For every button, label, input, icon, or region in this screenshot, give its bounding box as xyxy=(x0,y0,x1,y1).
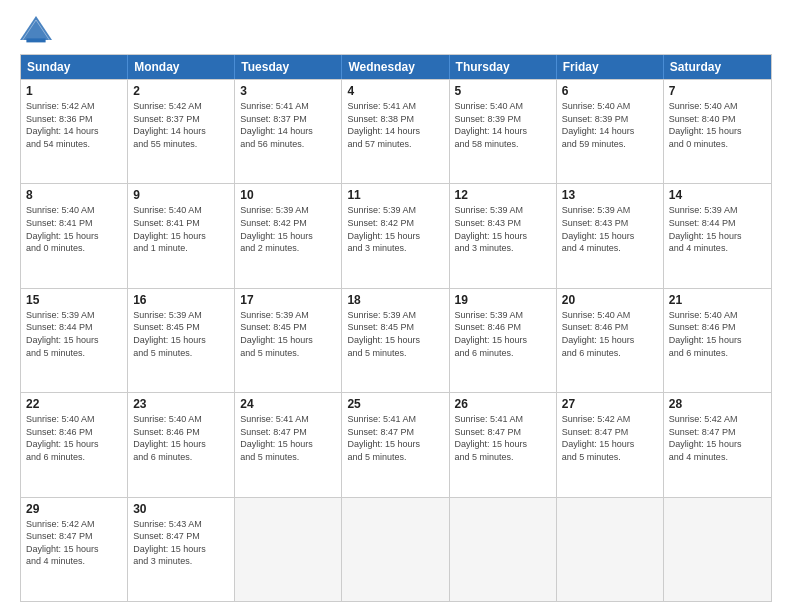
svg-rect-2 xyxy=(26,38,45,42)
calendar-week-1: 1Sunrise: 5:42 AMSunset: 8:36 PMDaylight… xyxy=(21,79,771,183)
cell-line: Daylight: 14 hours xyxy=(133,125,229,138)
day-number: 22 xyxy=(26,397,122,411)
cell-line: Sunset: 8:47 PM xyxy=(133,530,229,543)
cell-line: and 6 minutes. xyxy=(562,347,658,360)
cell-line: Sunrise: 5:40 AM xyxy=(669,309,766,322)
cell-line: Daylight: 15 hours xyxy=(562,438,658,451)
cell-line: Sunrise: 5:42 AM xyxy=(133,100,229,113)
cell-line: Sunrise: 5:40 AM xyxy=(562,100,658,113)
calendar-day-21: 21Sunrise: 5:40 AMSunset: 8:46 PMDayligh… xyxy=(664,289,771,392)
cell-line: Daylight: 15 hours xyxy=(669,230,766,243)
cell-line: and 5 minutes. xyxy=(562,451,658,464)
cell-line: Daylight: 15 hours xyxy=(562,230,658,243)
cell-line: Sunrise: 5:39 AM xyxy=(455,204,551,217)
cell-line: Sunset: 8:36 PM xyxy=(26,113,122,126)
calendar-empty-cell xyxy=(450,498,557,601)
cell-line: Sunset: 8:47 PM xyxy=(26,530,122,543)
cell-line: Sunrise: 5:41 AM xyxy=(347,413,443,426)
cell-line: Daylight: 15 hours xyxy=(240,334,336,347)
day-number: 29 xyxy=(26,502,122,516)
cell-line: Daylight: 15 hours xyxy=(133,334,229,347)
cell-line: Daylight: 15 hours xyxy=(133,230,229,243)
calendar: SundayMondayTuesdayWednesdayThursdayFrid… xyxy=(20,54,772,602)
calendar-day-9: 9Sunrise: 5:40 AMSunset: 8:41 PMDaylight… xyxy=(128,184,235,287)
cell-line: Sunset: 8:46 PM xyxy=(26,426,122,439)
day-number: 12 xyxy=(455,188,551,202)
calendar-day-19: 19Sunrise: 5:39 AMSunset: 8:46 PMDayligh… xyxy=(450,289,557,392)
page-header xyxy=(20,16,772,44)
cell-line: Sunset: 8:40 PM xyxy=(669,113,766,126)
cell-line: and 4 minutes. xyxy=(669,242,766,255)
cell-line: Sunset: 8:39 PM xyxy=(562,113,658,126)
cell-line: Sunset: 8:38 PM xyxy=(347,113,443,126)
day-number: 4 xyxy=(347,84,443,98)
cell-line: Sunset: 8:45 PM xyxy=(240,321,336,334)
cell-line: Sunrise: 5:41 AM xyxy=(455,413,551,426)
cell-line: Daylight: 15 hours xyxy=(26,438,122,451)
calendar-week-2: 8Sunrise: 5:40 AMSunset: 8:41 PMDaylight… xyxy=(21,183,771,287)
cell-line: Sunset: 8:41 PM xyxy=(26,217,122,230)
cell-line: Sunset: 8:47 PM xyxy=(347,426,443,439)
day-number: 19 xyxy=(455,293,551,307)
cell-line: and 3 minutes. xyxy=(455,242,551,255)
day-number: 16 xyxy=(133,293,229,307)
header-day-thursday: Thursday xyxy=(450,55,557,79)
cell-line: Sunset: 8:37 PM xyxy=(133,113,229,126)
cell-line: Daylight: 15 hours xyxy=(347,230,443,243)
cell-line: Sunrise: 5:42 AM xyxy=(562,413,658,426)
cell-line: Daylight: 14 hours xyxy=(455,125,551,138)
cell-line: Sunset: 8:46 PM xyxy=(562,321,658,334)
cell-line: Daylight: 15 hours xyxy=(240,230,336,243)
calendar-day-23: 23Sunrise: 5:40 AMSunset: 8:46 PMDayligh… xyxy=(128,393,235,496)
cell-line: Daylight: 15 hours xyxy=(26,334,122,347)
cell-line: Daylight: 14 hours xyxy=(240,125,336,138)
cell-line: Sunrise: 5:41 AM xyxy=(347,100,443,113)
calendar-day-20: 20Sunrise: 5:40 AMSunset: 8:46 PMDayligh… xyxy=(557,289,664,392)
day-number: 24 xyxy=(240,397,336,411)
cell-line: and 55 minutes. xyxy=(133,138,229,151)
day-number: 30 xyxy=(133,502,229,516)
cell-line: Sunrise: 5:39 AM xyxy=(562,204,658,217)
calendar-day-6: 6Sunrise: 5:40 AMSunset: 8:39 PMDaylight… xyxy=(557,80,664,183)
cell-line: Sunset: 8:45 PM xyxy=(347,321,443,334)
cell-line: Daylight: 15 hours xyxy=(562,334,658,347)
calendar-day-5: 5Sunrise: 5:40 AMSunset: 8:39 PMDaylight… xyxy=(450,80,557,183)
calendar-empty-cell xyxy=(342,498,449,601)
cell-line: Sunset: 8:47 PM xyxy=(240,426,336,439)
cell-line: Daylight: 15 hours xyxy=(455,230,551,243)
cell-line: Sunset: 8:44 PM xyxy=(669,217,766,230)
cell-line: Daylight: 14 hours xyxy=(562,125,658,138)
calendar-day-2: 2Sunrise: 5:42 AMSunset: 8:37 PMDaylight… xyxy=(128,80,235,183)
cell-line: Sunrise: 5:41 AM xyxy=(240,413,336,426)
cell-line: Daylight: 14 hours xyxy=(347,125,443,138)
day-number: 14 xyxy=(669,188,766,202)
cell-line: and 3 minutes. xyxy=(133,555,229,568)
cell-line: and 3 minutes. xyxy=(347,242,443,255)
day-number: 21 xyxy=(669,293,766,307)
cell-line: Sunset: 8:47 PM xyxy=(669,426,766,439)
calendar-day-3: 3Sunrise: 5:41 AMSunset: 8:37 PMDaylight… xyxy=(235,80,342,183)
calendar-day-1: 1Sunrise: 5:42 AMSunset: 8:36 PMDaylight… xyxy=(21,80,128,183)
cell-line: and 59 minutes. xyxy=(562,138,658,151)
svg-marker-0 xyxy=(20,16,52,40)
day-number: 9 xyxy=(133,188,229,202)
cell-line: and 5 minutes. xyxy=(240,347,336,360)
cell-line: and 56 minutes. xyxy=(240,138,336,151)
calendar-day-28: 28Sunrise: 5:42 AMSunset: 8:47 PMDayligh… xyxy=(664,393,771,496)
cell-line: Sunrise: 5:40 AM xyxy=(26,413,122,426)
cell-line: Daylight: 15 hours xyxy=(26,230,122,243)
logo-icon xyxy=(20,16,52,44)
cell-line: Sunrise: 5:40 AM xyxy=(26,204,122,217)
calendar-day-11: 11Sunrise: 5:39 AMSunset: 8:42 PMDayligh… xyxy=(342,184,449,287)
day-number: 28 xyxy=(669,397,766,411)
header-day-friday: Friday xyxy=(557,55,664,79)
calendar-day-25: 25Sunrise: 5:41 AMSunset: 8:47 PMDayligh… xyxy=(342,393,449,496)
day-number: 23 xyxy=(133,397,229,411)
cell-line: Sunrise: 5:39 AM xyxy=(455,309,551,322)
calendar-day-22: 22Sunrise: 5:40 AMSunset: 8:46 PMDayligh… xyxy=(21,393,128,496)
day-number: 6 xyxy=(562,84,658,98)
cell-line: Sunrise: 5:39 AM xyxy=(347,309,443,322)
cell-line: and 4 minutes. xyxy=(26,555,122,568)
cell-line: and 4 minutes. xyxy=(562,242,658,255)
header-day-saturday: Saturday xyxy=(664,55,771,79)
